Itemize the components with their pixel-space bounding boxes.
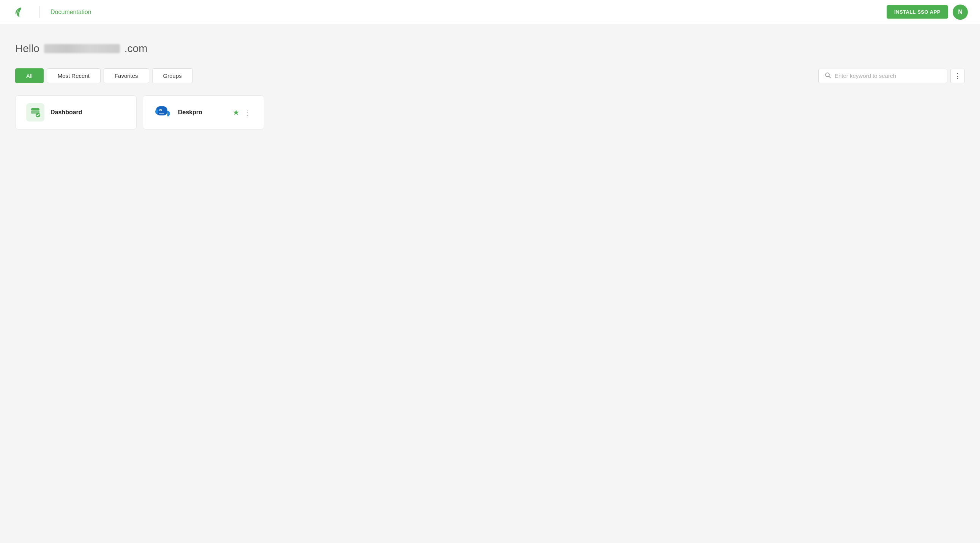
- tab-favorites[interactable]: Favorites: [103, 68, 149, 83]
- install-sso-button[interactable]: INSTALL SSO APP: [887, 5, 948, 19]
- header-logo: Documentation: [12, 4, 91, 21]
- tab-most-recent[interactable]: Most Recent: [47, 68, 100, 83]
- greeting-domain: .com: [124, 43, 148, 55]
- svg-point-10: [160, 110, 161, 111]
- apps-grid: Dashboard Deskpr: [15, 95, 965, 129]
- deskpro-kebab-icon: ⋮: [244, 108, 251, 116]
- svg-rect-4: [31, 108, 40, 110]
- main-content: Hello .com All Most Recent Favorites Gro…: [0, 24, 980, 145]
- header: Documentation INSTALL SSO APP N: [0, 0, 980, 24]
- tabs-search-row: All Most Recent Favorites Groups ⋮: [15, 68, 965, 83]
- tabs-container: All Most Recent Favorites Groups: [15, 68, 193, 83]
- search-input[interactable]: [835, 73, 941, 79]
- documentation-link[interactable]: Documentation: [51, 9, 91, 16]
- greeting-username-blurred: [44, 44, 120, 53]
- dashboard-app-icon: [26, 103, 45, 121]
- header-actions: INSTALL SSO APP N: [887, 5, 968, 20]
- brand-logo-icon: [12, 4, 29, 21]
- svg-line-2: [829, 76, 830, 78]
- app-card-dashboard[interactable]: Dashboard: [15, 95, 137, 129]
- kebab-icon: ⋮: [954, 72, 961, 80]
- deskpro-app-name: Deskpro: [178, 109, 202, 116]
- dashboard-app-name: Dashboard: [51, 109, 82, 116]
- greeting-hello: Hello: [15, 43, 40, 55]
- search-box: [818, 69, 947, 83]
- tab-all[interactable]: All: [15, 68, 44, 83]
- more-options-button[interactable]: ⋮: [950, 69, 965, 83]
- tab-groups[interactable]: Groups: [152, 68, 193, 83]
- svg-rect-5: [31, 111, 40, 113]
- deskpro-app-icon: [154, 103, 172, 121]
- search-icon: [825, 72, 831, 80]
- svg-point-0: [12, 4, 29, 21]
- deskpro-card-actions: ★ ⋮: [233, 107, 253, 118]
- user-avatar[interactable]: N: [953, 5, 968, 20]
- search-area: ⋮: [818, 69, 965, 83]
- greeting-section: Hello .com: [15, 43, 965, 55]
- svg-rect-12: [159, 113, 164, 114]
- deskpro-favorite-star-icon[interactable]: ★: [233, 108, 240, 117]
- header-divider: [40, 6, 40, 18]
- app-card-deskpro[interactable]: Deskpro ★ ⋮: [143, 95, 264, 129]
- svg-point-11: [155, 109, 158, 114]
- deskpro-more-button[interactable]: ⋮: [243, 107, 253, 118]
